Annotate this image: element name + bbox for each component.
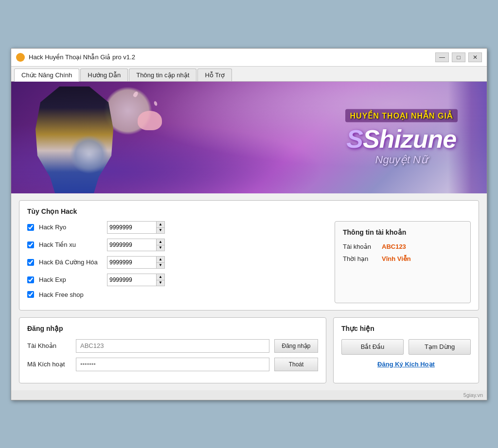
login-username-row: Tài Khoản Đăng nhập	[27, 339, 318, 353]
register-link[interactable]: Đăng Ký Kích Hoạt	[341, 361, 471, 368]
login-box: Đăng nhập Tài Khoản Đăng nhập Mã Kích ho…	[19, 317, 326, 383]
account-expiry-value: Vĩnh Viễn	[382, 255, 411, 262]
hack-ryo-spin-up[interactable]: ▲	[157, 222, 164, 227]
hack-tienxu-label: Hack Tiền xu	[39, 241, 102, 248]
hack-tienxu-spin-down[interactable]: ▼	[157, 245, 164, 251]
character-silhouette	[26, 86, 123, 193]
login-username-label: Tài Khoản	[27, 342, 71, 349]
title-bar-left: Hack Huyền Thoại Nhẫn Giả pro v1.2	[16, 53, 135, 62]
tab-guide[interactable]: Hướng Dẫn	[80, 69, 128, 81]
hack-dacuonghoa-spin-down[interactable]: ▼	[157, 262, 164, 268]
hack-option-row-dacuonghoa: Hack Đá Cường Hóa ▲ ▼	[27, 256, 325, 269]
account-info-box: Thông tin tài khoản Tài khoản ABC123 Thờ…	[335, 221, 471, 303]
hack-freeshop-checkbox[interactable]	[27, 291, 34, 298]
hack-dacuonghoa-label: Hack Đá Cường Hóa	[39, 258, 102, 266]
window-controls: — □ ✕	[435, 52, 482, 62]
hack-options-section: Tùy Chọn Hack Hack Ryo ▲ ▼	[19, 200, 479, 310]
banner-char-sub: Nguyệt Nữ	[345, 153, 458, 166]
hack-exp-label: Hack Exp	[39, 276, 102, 283]
hack-ryo-spin-down[interactable]: ▼	[157, 227, 164, 233]
hack-dacuonghoa-spinbox: ▲ ▼	[107, 256, 165, 269]
hack-ryo-label: Hack Ryo	[39, 224, 102, 231]
pig-character	[138, 111, 162, 130]
start-button[interactable]: Bắt Đầu	[341, 339, 404, 355]
maximize-button[interactable]: □	[452, 52, 465, 62]
hack-exp-checkbox[interactable]	[27, 276, 34, 283]
action-buttons: Bắt Đầu Tạm Dừng	[341, 339, 471, 355]
hack-options-title: Tùy Chọn Hack	[27, 207, 471, 215]
hack-exp-spin-down[interactable]: ▼	[157, 280, 164, 286]
bottom-layout: Đăng nhập Tài Khoản Đăng nhập Mã Kích ho…	[19, 317, 479, 383]
hack-tienxu-spinbox: ▲ ▼	[107, 239, 165, 251]
login-username-input[interactable]	[76, 339, 269, 353]
hack-option-row-ryo: Hack Ryo ▲ ▼	[27, 221, 325, 234]
app-icon	[16, 53, 25, 62]
game-logo-bg: HUYỀN THOẠI NHẪN GIẢ	[345, 109, 458, 122]
pause-button[interactable]: Tạm Dừng	[409, 339, 471, 355]
hack-dacuonghoa-spin-up[interactable]: ▲	[157, 257, 164, 262]
banner-text: HUYỀN THOẠI NHẪN GIẢ SShizune Nguyệt Nữ	[345, 109, 458, 166]
account-info-expiry-row: Thời hạn Vĩnh Viễn	[343, 255, 462, 262]
main-content: Tùy Chọn Hack Hack Ryo ▲ ▼	[11, 193, 487, 390]
hack-exp-spin-btns: ▲ ▼	[156, 274, 164, 286]
account-username-label: Tài khoản	[343, 243, 377, 250]
minimize-button[interactable]: —	[435, 52, 449, 62]
hack-ryo-spinbox: ▲ ▼	[107, 221, 165, 234]
hack-options-left: Hack Ryo ▲ ▼ Hack Tiền xu	[27, 221, 325, 303]
footer-watermark: 5giay.vn	[11, 390, 487, 400]
hack-exp-spinbox: ▲ ▼	[107, 274, 165, 286]
close-button[interactable]: ✕	[468, 52, 482, 62]
hack-dacuonghoa-spin-btns: ▲ ▼	[156, 257, 164, 268]
account-info-title: Thông tin tài khoản	[343, 228, 462, 236]
hack-exp-input[interactable]	[107, 274, 156, 286]
hack-tienxu-input[interactable]	[107, 239, 156, 251]
hack-freeshop-label: Hack Free shop	[39, 291, 102, 298]
hack-exp-spin-up[interactable]: ▲	[157, 274, 164, 280]
tab-support[interactable]: Hỗ Trợ	[197, 69, 232, 81]
account-info-username-row: Tài khoản ABC123	[343, 243, 462, 250]
window-title: Hack Huyền Thoại Nhẫn Giả pro v1.2	[29, 53, 135, 61]
banner-game-logo: HUYỀN THOẠI NHẪN GIẢ	[350, 111, 453, 120]
main-window: Hack Huyền Thoại Nhẫn Giả pro v1.2 — □ ✕…	[11, 48, 487, 400]
action-title: Thực hiện	[341, 325, 471, 332]
account-expiry-label: Thời hạn	[343, 255, 377, 262]
char-s: S	[346, 124, 363, 153]
exit-button[interactable]: Thoát	[274, 358, 318, 371]
banner-character-area	[11, 82, 167, 193]
hack-option-row-exp: Hack Exp ▲ ▼	[27, 274, 325, 286]
hack-options-layout: Hack Ryo ▲ ▼ Hack Tiền xu	[27, 221, 471, 303]
hack-ryo-spin-btns: ▲ ▼	[156, 222, 164, 233]
login-button[interactable]: Đăng nhập	[274, 339, 318, 353]
action-box: Thực hiện Bắt Đầu Tạm Dừng Đăng Ký Kích …	[333, 317, 479, 383]
hack-tienxu-spin-up[interactable]: ▲	[157, 239, 164, 245]
login-password-row: Mã Kích hoạt Thoát	[27, 358, 318, 371]
banner-char-name: SShizune	[345, 124, 458, 153]
hack-dacuonghoa-checkbox[interactable]	[27, 259, 34, 266]
petal-2	[153, 101, 158, 106]
hack-option-row-freeshop: Hack Free shop	[27, 291, 325, 298]
account-username-value: ABC123	[382, 243, 406, 250]
login-password-label: Mã Kích hoạt	[27, 361, 71, 368]
hack-ryo-checkbox[interactable]	[27, 224, 34, 231]
hack-dacuonghoa-input[interactable]	[107, 257, 156, 268]
tab-main-functions[interactable]: Chức Năng Chính	[14, 69, 79, 82]
tab-bar: Chức Năng Chính Hướng Dẫn Thông tin cập …	[11, 67, 487, 82]
login-title: Đăng nhập	[27, 325, 318, 332]
hack-ryo-input[interactable]	[107, 222, 156, 233]
banner: HUYỀN THOẠI NHẪN GIẢ SShizune Nguyệt Nữ	[11, 82, 487, 193]
hack-tienxu-checkbox[interactable]	[27, 241, 34, 248]
hack-tienxu-spin-btns: ▲ ▼	[156, 239, 164, 251]
character-fan	[70, 135, 108, 174]
tab-update-info[interactable]: Thông tin cập nhật	[129, 69, 196, 81]
login-password-input[interactable]	[76, 358, 269, 371]
title-bar: Hack Huyền Thoại Nhẫn Giả pro v1.2 — □ ✕	[11, 49, 487, 67]
hack-option-row-tienxu: Hack Tiền xu ▲ ▼	[27, 239, 325, 251]
